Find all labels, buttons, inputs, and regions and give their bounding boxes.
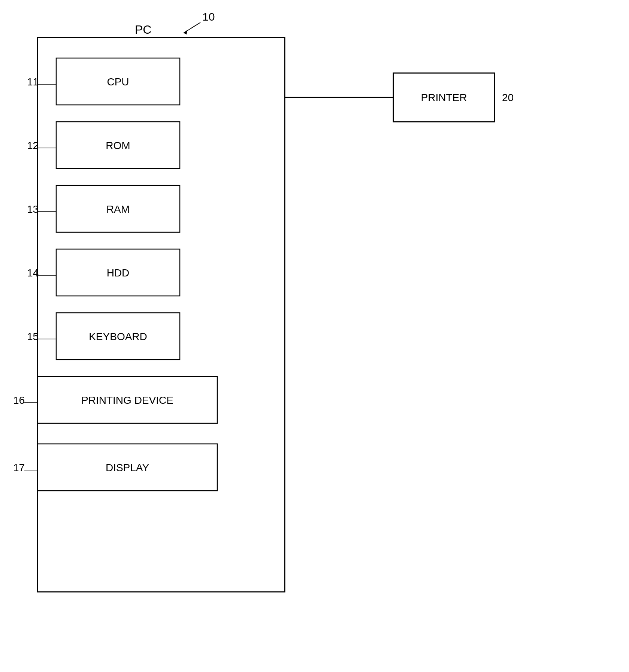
svg-rect-9 [56,249,180,296]
svg-rect-3 [56,58,180,105]
ref-15-label: 15 [27,331,39,342]
svg-rect-7 [56,185,180,232]
svg-line-1 [184,22,200,33]
keyboard-label: KEYBOARD [89,331,147,342]
ref-12-label: 12 [27,140,39,151]
svg-rect-13 [37,376,217,423]
ref-13-label: 13 [27,203,39,215]
display-label: DISPLAY [106,462,149,473]
ref-14-label: 14 [27,267,39,279]
printing-device-label: PRINTING DEVICE [81,394,173,406]
pc-label: PC [135,23,151,36]
svg-rect-0 [37,37,285,592]
svg-rect-17 [393,73,495,122]
ref-11-label: 11 [27,76,39,88]
rom-label: ROM [106,140,130,151]
ram-label: RAM [106,203,130,215]
ref-10-label: 10 [202,10,215,23]
svg-rect-15 [37,444,217,491]
svg-marker-2 [184,30,187,34]
svg-rect-11 [56,313,180,360]
printer-label: PRINTER [421,92,467,103]
ref-17-label: 17 [13,462,25,473]
ref-20-label: 20 [502,92,514,103]
hdd-label: HDD [107,267,130,279]
ref-16-label: 16 [13,394,25,406]
cpu-label: CPU [107,76,129,88]
svg-rect-5 [56,122,180,169]
